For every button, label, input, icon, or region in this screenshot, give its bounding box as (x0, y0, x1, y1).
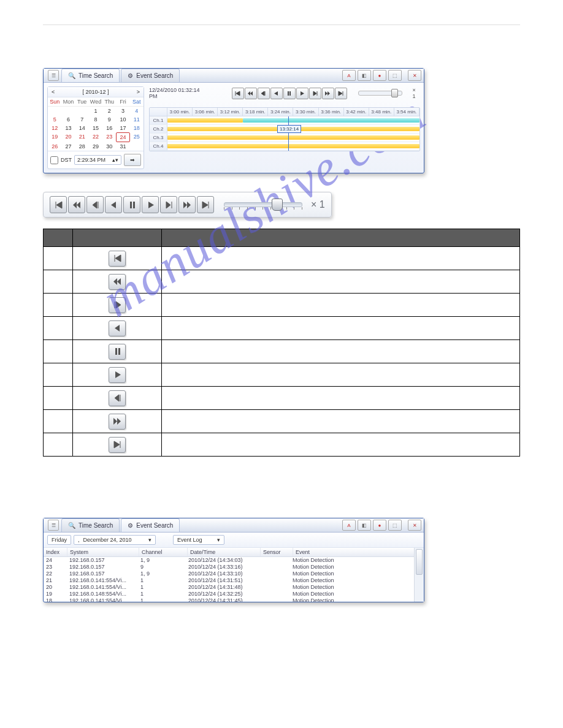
event-row[interactable]: 22192.168.0.1571, 92010/12/24 (14:33:10)… (44, 571, 424, 577)
calendar-day[interactable]: 3 (116, 107, 129, 115)
time-input[interactable]: 2:29:34 PM▴▾ (74, 155, 121, 165)
dst-checkbox[interactable] (50, 156, 58, 164)
step-fwd-button[interactable] (160, 196, 177, 213)
calendar-grid[interactable]: SunMonTueWedThuFriSat1234567891011121314… (48, 97, 144, 151)
calendar-day[interactable]: 28 (75, 142, 89, 151)
event-row[interactable]: 23192.168.0.15792010/12/24 (14:33:16)Mot… (44, 564, 424, 571)
event-row[interactable]: 18192.168.0.141:554/Vi...12010/12/24 (14… (44, 597, 424, 602)
play-rev-button[interactable] (270, 88, 283, 99)
skip-start-button[interactable] (232, 88, 244, 99)
timeline-row[interactable]: Ch.3 (150, 134, 419, 142)
col-system[interactable]: System (67, 548, 139, 556)
calendar-day[interactable]: 19 (48, 132, 61, 142)
calendar-day[interactable]: 16 (102, 124, 116, 132)
play-rev-button[interactable] (105, 196, 122, 213)
toolbar-button-4[interactable]: ⬚ (388, 520, 402, 531)
timeline-row[interactable]: Ch.1 (150, 116, 419, 125)
calendar-day[interactable]: 29 (89, 142, 102, 151)
fast-fwd-button[interactable] (178, 196, 196, 213)
rewind-button[interactable] (68, 196, 85, 213)
calendar-day[interactable]: 17 (116, 124, 129, 132)
timeline-cursor[interactable] (288, 116, 289, 151)
calendar-day[interactable]: 21 (75, 132, 89, 142)
log-select[interactable]: Event Log▾ (173, 535, 224, 545)
skip-end-button[interactable] (335, 88, 347, 99)
next-month-button[interactable]: > (137, 89, 140, 95)
calendar-day[interactable]: 6 (61, 115, 75, 124)
calendar-day[interactable]: 31 (116, 142, 129, 151)
calendar-day[interactable]: 25 (130, 132, 144, 142)
menu-icon[interactable]: ☰ (48, 520, 59, 531)
event-row[interactable]: 21192.168.0.141:554/Vi...12010/12/24 (14… (44, 577, 424, 584)
calendar-day[interactable]: 11 (130, 115, 144, 124)
event-list[interactable]: Index System Channel Date/Time Sensor Ev… (44, 548, 424, 602)
event-row[interactable]: 20192.168.0.141:554/Vi...12010/12/24 (14… (44, 584, 424, 591)
spinner-icon[interactable]: ▴▾ (112, 157, 118, 163)
event-row[interactable]: 24192.168.0.1571, 92010/12/24 (14:34:03)… (44, 557, 424, 564)
skip-end-button[interactable] (197, 196, 214, 213)
col-sensor[interactable]: Sensor (261, 548, 293, 556)
calendar-day[interactable]: 23 (102, 132, 116, 142)
calendar-day[interactable]: 8 (89, 115, 102, 124)
col-datetime[interactable]: Date/Time (188, 548, 261, 556)
go-button[interactable]: ➡ (124, 154, 141, 166)
step-back-button[interactable] (258, 88, 270, 99)
scrollbar-thumb[interactable] (416, 549, 423, 575)
pause-button[interactable] (123, 196, 140, 213)
tab-event-search[interactable]: ⚙Event Search (121, 518, 180, 532)
timeline[interactable]: 3:00 min.3:06 min.3:12 min.3:18 min.3:24… (149, 107, 420, 151)
col-channel[interactable]: Channel (139, 548, 188, 556)
calendar-day[interactable]: 4 (130, 107, 144, 115)
calendar-day[interactable]: 15 (89, 124, 102, 132)
tab-event-search[interactable]: ⚙Event Search (121, 69, 180, 82)
col-event[interactable]: Event (293, 548, 424, 556)
toolbar-button-4[interactable]: ⬚ (388, 70, 402, 81)
calendar-day[interactable] (130, 142, 144, 151)
calendar-day[interactable]: 26 (48, 142, 61, 151)
toolbar-button-3[interactable]: ● (373, 520, 386, 531)
rewind-button[interactable] (245, 88, 257, 99)
speed-slider[interactable] (358, 91, 403, 96)
calendar-day[interactable]: 14 (75, 124, 89, 132)
play-button[interactable] (142, 196, 159, 213)
timeline-row[interactable]: Ch.4 (150, 142, 419, 151)
menu-icon[interactable]: ☰ (48, 70, 59, 81)
step-back-button[interactable] (86, 196, 104, 213)
close-icon[interactable]: ✕ (408, 520, 421, 531)
day-select[interactable]: Friday (47, 535, 71, 545)
pause-button[interactable] (283, 88, 296, 99)
calendar-day[interactable]: 9 (102, 115, 116, 124)
skip-start-button[interactable] (50, 196, 67, 213)
calendar-day[interactable]: 7 (75, 115, 89, 124)
prev-month-button[interactable]: < (52, 89, 55, 95)
date-select[interactable]: , December 24, 2010▾ (74, 535, 156, 545)
fast-fwd-button[interactable] (322, 88, 334, 99)
calendar-day[interactable]: 18 (130, 124, 144, 132)
calendar-day[interactable] (48, 107, 61, 115)
slider-thumb[interactable] (272, 199, 283, 211)
calendar-day[interactable]: 12 (48, 124, 61, 132)
tab-time-search[interactable]: 🔍Time Search (61, 69, 120, 82)
calendar-day[interactable]: 20 (61, 132, 75, 142)
calendar-day[interactable] (75, 107, 89, 115)
toolbar-button-3[interactable]: ● (373, 70, 386, 81)
calendar-day[interactable]: 2 (102, 107, 116, 115)
toolbar-button-2[interactable]: ◧ (358, 520, 371, 531)
calendar-day[interactable]: 1 (89, 107, 102, 115)
speed-slider[interactable] (224, 202, 302, 207)
tab-time-search[interactable]: 🔍Time Search (61, 518, 120, 532)
vertical-scrollbar[interactable] (414, 548, 424, 602)
calendar-day[interactable]: 24 (116, 132, 129, 142)
toolbar-button-1[interactable]: A (342, 520, 356, 531)
toolbar-button-1[interactable]: A (342, 70, 356, 81)
calendar-day[interactable]: 22 (89, 132, 102, 142)
calendar-day[interactable]: 5 (48, 115, 61, 124)
col-index[interactable]: Index (44, 548, 67, 556)
event-row[interactable]: 19192.168.0.148:554/Vi...12010/12/24 (14… (44, 591, 424, 597)
calendar-day[interactable] (61, 107, 75, 115)
calendar-day[interactable]: 30 (102, 142, 116, 151)
calendar-day[interactable]: 10 (116, 115, 129, 124)
calendar-day[interactable]: 27 (61, 142, 75, 151)
calendar-day[interactable]: 13 (61, 124, 75, 132)
step-fwd-button[interactable] (309, 88, 321, 99)
